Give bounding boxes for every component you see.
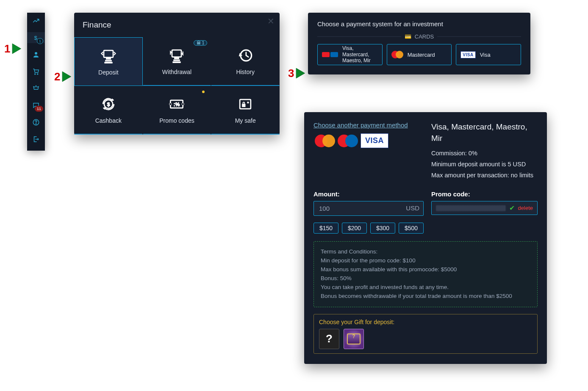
svg-rect-17 xyxy=(173,62,180,63)
terms-box: Terms and Conditions: Min deposit for th… xyxy=(313,241,538,307)
svg-rect-10 xyxy=(104,50,113,58)
payment-panel: Choose a payment system for an investmen… xyxy=(308,13,530,74)
gift-option-mystery[interactable]: ? xyxy=(319,329,339,349)
method-logos: VISA xyxy=(313,133,390,148)
promo-input-wrap[interactable]: ✔ delete xyxy=(431,201,538,215)
svg-rect-15 xyxy=(175,58,179,59)
mastercard-icon xyxy=(391,51,403,58)
svg-rect-11 xyxy=(106,58,111,59)
svg-rect-26 xyxy=(242,104,245,107)
svg-marker-1 xyxy=(63,72,71,82)
method-title: Visa, Mastercard, Maestro, Mir xyxy=(431,121,538,144)
sidebar: $1 11 xyxy=(27,13,45,151)
promo-dot-icon xyxy=(202,91,205,93)
tile-label: History xyxy=(236,69,255,75)
max-amount-text: Max amount per transaction: no limits xyxy=(431,172,538,179)
tile-label: My safe xyxy=(235,117,256,124)
tile-cashback[interactable]: $ Cashback xyxy=(74,86,143,135)
tile-promo-codes[interactable]: :% Promo codes xyxy=(143,86,211,135)
svg-text:$: $ xyxy=(107,102,110,108)
sidebar-profile[interactable] xyxy=(27,49,45,60)
terms-line: You can take profit and invested funds a… xyxy=(321,283,530,292)
svg-marker-2 xyxy=(297,68,305,78)
finance-badge: 1 xyxy=(37,38,43,44)
tile-label: Cashback xyxy=(95,117,122,124)
step-3-marker: 3 xyxy=(288,66,308,80)
visa-icon: VISA xyxy=(361,133,388,148)
svg-point-7 xyxy=(37,74,38,74)
withdrawal-badge: 🏛 1 xyxy=(194,40,208,46)
check-icon: ✔ xyxy=(509,204,515,212)
sidebar-help[interactable] xyxy=(27,117,45,128)
svg-rect-12 xyxy=(105,60,111,61)
promo-code-masked xyxy=(436,205,506,211)
payment-title: Choose a payment system for an investmen… xyxy=(317,20,521,28)
card-logos-icon xyxy=(322,52,338,57)
sidebar-logout[interactable] xyxy=(27,134,45,145)
close-icon[interactable]: ✕ xyxy=(267,16,275,26)
tile-label: Withdrawal xyxy=(162,69,191,75)
mastercard-icon xyxy=(315,135,335,147)
chat-badge: 11 xyxy=(35,106,43,112)
promo-label: Promo code: xyxy=(431,190,538,198)
promo-delete-button[interactable]: delete xyxy=(518,205,533,211)
payment-option-mastercard[interactable]: Mastercard xyxy=(387,44,452,65)
svg-point-22 xyxy=(169,103,172,105)
currency-label: USD xyxy=(406,204,419,212)
quick-amount-300[interactable]: $300 xyxy=(370,223,395,234)
gift-option-chest[interactable] xyxy=(344,329,364,349)
svg-point-5 xyxy=(35,52,37,55)
svg-rect-16 xyxy=(174,60,180,61)
tile-label: Promo codes xyxy=(159,117,194,124)
svg-point-27 xyxy=(247,102,249,104)
sidebar-chart[interactable] xyxy=(27,15,45,26)
svg-point-23 xyxy=(182,103,184,105)
terms-line: Bonus: 50% xyxy=(321,274,530,283)
payment-option-multi[interactable]: Visa, Mastercard, Maestro, Mir xyxy=(317,44,383,65)
sidebar-chat[interactable]: 11 xyxy=(27,100,45,111)
chest-icon xyxy=(347,333,361,344)
payment-option-label: Visa, Mastercard, Maestro, Mir xyxy=(342,45,378,63)
deposit-panel: Choose another payment method VISA Visa,… xyxy=(304,112,547,364)
terms-line: Bonus becomes withdrawable if your total… xyxy=(321,292,530,301)
tile-label: Deposit xyxy=(98,69,118,76)
terms-line: Max bonus sum available with this promoc… xyxy=(321,265,530,274)
quick-amount-500[interactable]: $500 xyxy=(399,223,424,234)
terms-line: Min deposit for the promo code: $100 xyxy=(321,256,530,265)
tile-my-safe[interactable]: My safe xyxy=(211,86,280,135)
quick-amount-150[interactable]: $150 xyxy=(313,223,338,234)
tile-history[interactable]: History xyxy=(211,37,280,86)
step-2-marker: 2 xyxy=(54,69,75,84)
svg-marker-0 xyxy=(13,44,21,54)
maestro-icon xyxy=(338,135,358,147)
change-method-link[interactable]: Choose another payment method xyxy=(313,121,408,129)
gift-title: Choose your Gift for deposit: xyxy=(319,319,532,325)
payment-option-label: Mastercard xyxy=(408,52,435,58)
svg-point-6 xyxy=(35,74,36,74)
sidebar-market[interactable] xyxy=(27,66,45,77)
min-deposit-text: Minimum deposit amount is 5 USD xyxy=(431,161,538,168)
commission-text: Commission: 0% xyxy=(431,150,538,157)
cards-section-label: 💳CARDS xyxy=(317,33,521,40)
finance-title: Finance xyxy=(74,20,280,32)
sidebar-vip[interactable] xyxy=(27,83,45,94)
step-1-marker: 1 xyxy=(4,41,25,56)
svg-text::%: :% xyxy=(174,102,180,107)
finance-panel: ✕ Finance Deposit 🏛 1 Withdrawal History… xyxy=(74,13,280,135)
sidebar-finance[interactable]: $1 xyxy=(27,32,45,43)
terms-title: Terms and Conditions: xyxy=(321,248,530,256)
gift-box: Choose your Gift for deposit: ? xyxy=(313,314,538,354)
tile-withdrawal[interactable]: 🏛 1 Withdrawal xyxy=(143,37,211,86)
svg-point-9 xyxy=(36,124,36,124)
svg-rect-14 xyxy=(172,50,181,57)
quick-amount-200[interactable]: $200 xyxy=(342,223,367,234)
visa-icon: VISA xyxy=(460,51,475,58)
tile-deposit[interactable]: Deposit xyxy=(74,37,143,86)
payment-option-visa[interactable]: VISA Visa xyxy=(456,44,521,65)
payment-option-label: Visa xyxy=(480,52,491,58)
amount-label: Amount: xyxy=(313,190,424,198)
svg-rect-13 xyxy=(105,62,112,63)
